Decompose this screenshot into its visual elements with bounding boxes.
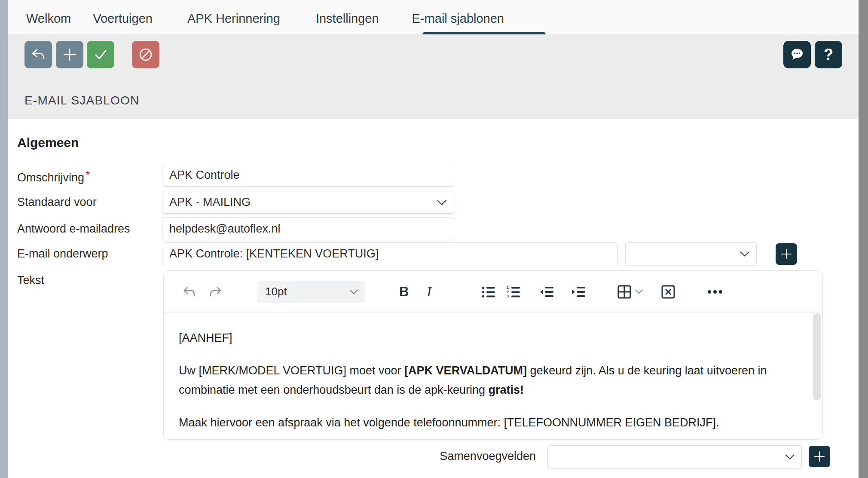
action-toolbar: ? E-MAIL SJABLOON (8, 34, 859, 119)
more-options-icon[interactable] (707, 290, 723, 294)
indent-icon[interactable] (571, 285, 586, 298)
onderwerp-insert-merge-button[interactable] (776, 243, 797, 265)
window-edge-left (0, 0, 8, 478)
outdent-icon[interactable] (539, 285, 554, 298)
editor-paragraph: [AANHEF] (179, 328, 797, 348)
undo-icon[interactable] (182, 284, 197, 300)
tab-instellingen[interactable]: Instellingen (316, 12, 379, 26)
richtext-editor: 10pt B I 1 2 (163, 270, 823, 440)
editor-content[interactable]: [AANHEF] Uw [MERK/MODEL VOERTUIG] moet v… (164, 313, 822, 440)
bold-icon[interactable]: B (399, 284, 409, 300)
numbered-list-icon[interactable]: 1 2 3 (506, 285, 521, 298)
table-remove-icon[interactable] (661, 285, 675, 299)
section-heading: Algemeen (17, 135, 79, 150)
editor-toolbar: 10pt B I 1 2 (164, 271, 822, 313)
tekst-label: Tekst (17, 274, 44, 287)
page-title: E-MAIL SJABLOON (24, 94, 139, 107)
standaard-voor-select[interactable]: APK - MAILING (162, 191, 454, 214)
antwoord-emailadres-input[interactable] (162, 218, 454, 240)
window-edge-right (859, 0, 868, 478)
font-size-value: 10pt (265, 285, 287, 298)
plus-icon (780, 248, 792, 260)
samenvoegvelden-select[interactable] (547, 445, 802, 468)
standaard-voor-value: APK - MAILING (169, 196, 251, 209)
email-onderwerp-input[interactable] (162, 242, 617, 265)
samenvoegvelden-label: Samenvoegvelden (440, 450, 536, 463)
editor-paragraph: Uw [MERK/MODEL VOERTUIG] moet voor [APK … (179, 361, 797, 400)
svg-text:2: 2 (507, 290, 509, 294)
help-button[interactable]: ? (815, 41, 842, 68)
redo-icon[interactable] (208, 284, 223, 300)
email-onderwerp-label: E-mail onderwerp (17, 247, 108, 260)
antwoord-emailadres-label: Antwoord e-mailadres (17, 222, 130, 236)
onderwerp-merge-select[interactable] (625, 242, 757, 265)
tab-bar: Welkom Voertuigen APK Herinnering Instel… (8, 0, 859, 34)
omschrijving-label: Omschrijving* (17, 169, 90, 184)
table-icon[interactable] (617, 285, 632, 299)
tab-voertuigen[interactable]: Voertuigen (93, 12, 153, 26)
tab-apk-herinnering[interactable]: APK Herinnering (187, 12, 280, 26)
plus-icon (813, 450, 825, 463)
app-window: Welkom Voertuigen APK Herinnering Instel… (8, 0, 859, 478)
chevron-down-icon (740, 251, 749, 257)
ban-icon (138, 46, 154, 63)
svg-text:3: 3 (507, 294, 509, 298)
editor-scrollbar-thumb[interactable] (813, 313, 821, 400)
check-icon (92, 46, 109, 63)
font-size-select[interactable]: 10pt (257, 281, 365, 303)
plus-icon (62, 47, 77, 62)
tab-email-sjablonen[interactable]: E-mail sjablonen (412, 12, 504, 26)
question-mark-icon: ? (824, 46, 833, 64)
feedback-button[interactable] (783, 41, 811, 68)
add-button[interactable] (56, 41, 83, 68)
required-asterisk: * (86, 169, 90, 181)
back-button[interactable] (24, 41, 52, 68)
back-arrow-icon (30, 46, 46, 63)
chevron-down-icon (437, 199, 447, 205)
screen: Welkom Voertuigen APK Herinnering Instel… (0, 0, 868, 478)
omschrijving-input[interactable] (162, 164, 454, 187)
confirm-button[interactable] (87, 41, 114, 68)
tab-welkom[interactable]: Welkom (26, 12, 71, 26)
editor-paragraph: Maak hiervoor een afspraak via het volge… (179, 413, 797, 432)
chevron-down-icon (785, 454, 795, 460)
table-chevron-icon[interactable] (635, 289, 643, 294)
cancel-button[interactable] (132, 41, 159, 68)
bullet-list-icon[interactable] (481, 285, 496, 298)
svg-text:1: 1 (507, 285, 509, 290)
standaard-voor-label: Standaard voor (17, 196, 97, 209)
chevron-down-icon (349, 289, 358, 294)
italic-icon[interactable]: I (424, 284, 434, 300)
editor-scroll-track-divider (812, 313, 812, 439)
samenvoegvelden-insert-button[interactable] (809, 446, 830, 467)
chat-bubble-icon (789, 46, 806, 63)
